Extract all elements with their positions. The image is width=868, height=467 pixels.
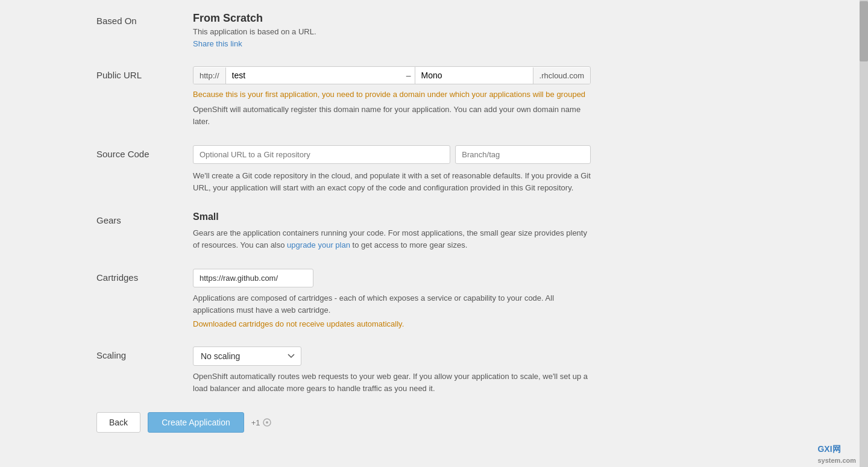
scrollbar-thumb[interactable] (860, 1, 868, 61)
gear-settings-icon (263, 418, 271, 427)
gears-desc: Gears are the application containers run… (193, 227, 591, 251)
scaling-desc: OpenShift automatically routes web reque… (193, 371, 591, 394)
source-code-inputs (193, 145, 591, 164)
gears-label: Gears (96, 212, 193, 225)
branch-tag-input[interactable] (455, 145, 591, 164)
plus-one-badge: +1 (251, 418, 271, 427)
cartridge-url-input[interactable] (193, 269, 313, 287)
share-link[interactable]: Share this link (193, 39, 242, 48)
source-code-section: Source Code We'll create a Git code repo… (96, 145, 591, 193)
public-url-content: http:// – .rhcloud.com Because this is y… (193, 66, 591, 127)
gears-section: Gears Small Gears are the application co… (96, 212, 591, 251)
scaling-select[interactable]: No scaling Scale with web traffic (193, 346, 301, 366)
public-url-section: Public URL http:// – .rhcloud.com Becaus… (96, 66, 591, 127)
public-url-label: Public URL (96, 66, 193, 80)
gears-size: Small (193, 212, 591, 222)
source-code-content: We'll create a Git code repository in th… (193, 145, 591, 193)
based-on-section: Based On From Scratch This application i… (96, 12, 591, 48)
based-on-description: This application is based on a URL. (193, 27, 591, 36)
upgrade-plan-link[interactable]: upgrade your plan (287, 240, 350, 249)
based-on-title: From Scratch (193, 12, 591, 25)
cartridges-section: Cartridges Applications are composed of … (96, 269, 591, 328)
url-dash: – (403, 67, 415, 84)
scaling-content: No scaling Scale with web traffic OpenSh… (193, 346, 591, 394)
gears-content: Small Gears are the application containe… (193, 212, 591, 251)
git-url-input[interactable] (193, 145, 450, 164)
source-code-label: Source Code (96, 145, 193, 159)
based-on-content: From Scratch This application is based o… (193, 12, 591, 48)
scrollbar[interactable] (860, 0, 868, 467)
public-url-desc: OpenShift will automatically register th… (193, 104, 591, 127)
source-code-desc: We'll create a Git code repository in th… (193, 170, 591, 193)
svg-point-1 (266, 421, 268, 424)
based-on-label: Based On (96, 12, 193, 26)
scaling-label: Scaling (96, 346, 193, 360)
cartridges-warning: Downloaded cartridges do not receive upd… (193, 319, 591, 328)
watermark: GXI网system.com (815, 442, 858, 467)
cartridges-desc: Applications are composed of cartridges … (193, 292, 591, 316)
app-name-input[interactable] (226, 67, 403, 84)
create-application-button[interactable]: Create Application (148, 412, 244, 433)
scaling-section: Scaling No scaling Scale with web traffi… (96, 346, 591, 394)
action-row: Back Create Application +1 (96, 412, 591, 445)
domain-warning: Because this is your first application, … (193, 89, 591, 100)
public-url-row: http:// – .rhcloud.com (193, 66, 591, 84)
url-suffix: .rhcloud.com (533, 67, 590, 84)
domain-input[interactable] (415, 67, 533, 84)
cartridges-content: Applications are composed of cartridges … (193, 269, 591, 328)
cartridges-label: Cartridges (96, 269, 193, 283)
scaling-select-wrapper: No scaling Scale with web traffic (193, 346, 301, 371)
back-button[interactable]: Back (96, 412, 140, 433)
url-prefix: http:// (193, 67, 226, 84)
